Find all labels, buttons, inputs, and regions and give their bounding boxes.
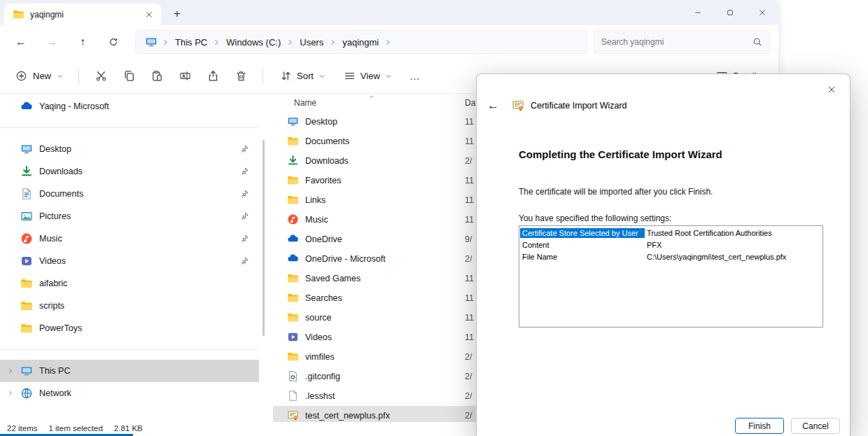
sidebar-item-network[interactable]: Network <box>0 382 259 405</box>
file-date: 11 <box>465 136 474 146</box>
screen: yaqingmi + ← → ↑ This PCWindows (C:)User… <box>0 0 868 436</box>
delete-button[interactable] <box>227 64 255 89</box>
new-tab-button[interactable]: + <box>168 5 186 23</box>
close-button[interactable] <box>746 0 778 25</box>
sidebar-item-powertoys[interactable]: PowerToys <box>0 317 259 339</box>
settings-row[interactable]: Certificate Store Selected by UserTruste… <box>520 227 822 239</box>
settings-value: Trusted Root Certification Authorities <box>645 229 772 237</box>
paste-button[interactable] <box>143 64 171 89</box>
file-date: 2/ <box>465 411 472 421</box>
sort-button[interactable]: Sort <box>273 64 332 89</box>
explorer-tab[interactable]: yaqingmi <box>4 3 161 25</box>
breadcrumb-item-users[interactable]: Users <box>295 35 328 50</box>
file-name: Music <box>305 215 328 225</box>
ellipsis-icon: … <box>410 73 421 80</box>
column-header-date[interactable]: Da <box>465 98 475 108</box>
sidebar-item-music[interactable]: Music <box>0 227 259 250</box>
sidebar-item-yaqing-microsoft[interactable]: Yaqing - Microsoft <box>0 95 259 118</box>
file-date: 11 <box>465 313 474 323</box>
sidebar-item-label: Documents <box>39 189 239 199</box>
sidebar-item-scripts[interactable]: scripts <box>0 295 259 317</box>
chevron-right-icon <box>7 367 14 374</box>
certificate-icon <box>512 99 524 112</box>
sidebar-item-documents[interactable]: Documents <box>0 183 259 205</box>
monitor-icon <box>287 115 299 127</box>
file-name: Videos <box>305 332 332 342</box>
breadcrumb-item-windows-c[interactable]: Windows (C:) <box>221 35 286 50</box>
chevron-down-icon <box>57 73 64 80</box>
toolbar-divider <box>78 69 79 84</box>
sidebar-item-aifabric[interactable]: aifabric <box>0 272 259 295</box>
cloud-icon <box>287 253 299 265</box>
pin-icon <box>239 167 249 176</box>
breadcrumb-device-button[interactable] <box>141 34 161 50</box>
copy-button[interactable] <box>115 64 143 89</box>
scissors-icon <box>95 70 107 82</box>
file-name: Desktop <box>305 117 337 127</box>
sidebar-item-label: aifabric <box>39 279 253 288</box>
file-date: 11 <box>465 195 474 205</box>
file-date: 2/ <box>465 156 472 166</box>
sidebar-item-label: Videos <box>39 256 239 266</box>
view-button[interactable]: View <box>337 64 399 89</box>
cancel-button[interactable]: Cancel <box>791 418 840 434</box>
back-button[interactable]: ← <box>9 30 33 54</box>
file-date: 2/ <box>465 391 472 401</box>
folder-icon <box>287 311 299 323</box>
rename-button[interactable] <box>171 64 199 89</box>
sidebar-item-pictures[interactable]: Pictures <box>0 205 259 227</box>
window-controls <box>682 0 778 25</box>
more-button[interactable]: … <box>401 64 429 89</box>
chevron-right-icon <box>162 38 169 46</box>
sidebar-item-label: Yaqing - Microsoft <box>39 101 253 111</box>
search-input[interactable] <box>601 37 752 47</box>
cut-button[interactable] <box>87 64 115 89</box>
wizard-back-button[interactable]: ← <box>487 99 505 113</box>
tab-close-icon[interactable] <box>143 8 155 21</box>
sidebar-item-label: Downloads <box>39 167 239 176</box>
settings-key: File Name <box>520 252 645 262</box>
refresh-button[interactable] <box>102 30 125 54</box>
music-icon <box>20 232 33 245</box>
folder-icon <box>13 8 24 20</box>
folder-icon <box>287 135 299 147</box>
minimize-button[interactable] <box>682 0 714 25</box>
new-button[interactable]: New <box>8 64 71 89</box>
videos-icon <box>287 331 299 343</box>
file-date: 11 <box>465 293 474 303</box>
breadcrumb-item-yaqingmi[interactable]: yaqingmi <box>337 35 384 50</box>
sidebar-item-desktop[interactable]: Desktop <box>0 138 259 160</box>
share-button[interactable] <box>199 64 227 89</box>
dialog-close-button[interactable] <box>821 80 842 99</box>
sidebar-item-this-pc[interactable]: This PC <box>0 360 259 382</box>
settings-row[interactable]: File NameC:\Users\yaqingmi\test_cert_new… <box>520 251 822 262</box>
refresh-icon <box>108 37 118 47</box>
folder-icon <box>287 292 299 304</box>
pin-icon <box>239 234 249 244</box>
chevron-down-icon <box>385 73 392 80</box>
sort-icon <box>280 70 292 82</box>
view-icon <box>344 70 356 82</box>
folder-icon <box>287 351 299 363</box>
folder-icon <box>287 272 299 284</box>
breadcrumb-item-this-pc[interactable]: This PC <box>170 35 212 50</box>
sidebar-item-label: Pictures <box>39 211 239 221</box>
file-name: .lesshst <box>305 391 335 401</box>
sidebar-item-downloads[interactable]: Downloads <box>0 160 259 183</box>
sidebar-item-videos[interactable]: Videos <box>0 250 259 272</box>
up-button[interactable]: ↑ <box>71 30 94 54</box>
finish-button[interactable]: Finish <box>735 418 784 434</box>
column-header-name[interactable]: Name <box>294 98 316 108</box>
file-date: 11 <box>465 215 474 225</box>
forward-button[interactable]: → <box>40 30 64 54</box>
file-name: Links <box>305 195 326 205</box>
settings-value: PFX <box>645 241 662 249</box>
file-icon <box>287 390 299 402</box>
sidebar-scrollbar[interactable] <box>262 140 265 336</box>
chevron-right-icon <box>329 38 337 46</box>
close-icon <box>758 8 766 17</box>
sidebar-divider <box>0 127 259 128</box>
settings-row[interactable]: ContentPFX <box>520 239 822 251</box>
maximize-button[interactable] <box>714 0 746 25</box>
search-box[interactable] <box>594 30 770 54</box>
